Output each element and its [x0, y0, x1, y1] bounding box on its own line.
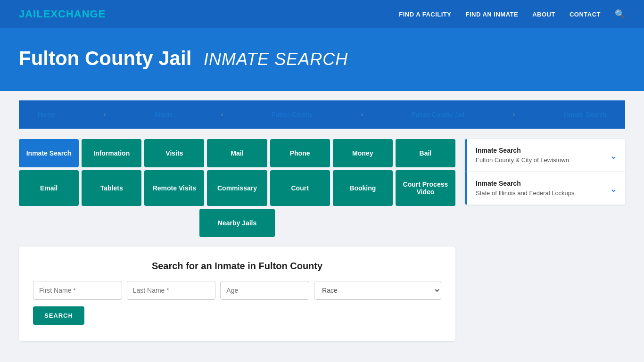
tab-nearby-jails[interactable]: Nearby Jails — [199, 209, 275, 237]
navbar: JAILEXCHANGE FIND A FACILITY FIND AN INM… — [0, 0, 644, 28]
first-name-input[interactable] — [33, 281, 122, 300]
tab-tablets[interactable]: Tablets — [82, 170, 141, 206]
main-layout: Inmate Search Information Visits Mail Ph… — [19, 139, 625, 341]
nav-find-inmate[interactable]: FIND AN INMATE — [465, 11, 518, 18]
sidebar-item-1-text: Inmate Search Fulton County & City of Le… — [476, 147, 569, 164]
search-card: Search for an Inmate in Fulton County Ra… — [19, 247, 455, 341]
sidebar-item-2-text: Inmate Search State of Illinois and Fede… — [476, 180, 575, 197]
chevron-down-icon-2: ⌄ — [610, 183, 618, 194]
breadcrumb-sep-4: › — [513, 111, 515, 118]
hero-banner: Fulton County Jail INMATE SEARCH — [0, 28, 644, 91]
right-column: Inmate Search Fulton County & City of Le… — [465, 139, 625, 205]
tab-money[interactable]: Money — [333, 139, 393, 167]
nav-contact[interactable]: CONTACT — [570, 11, 601, 18]
breadcrumb-sep-3: › — [361, 111, 363, 118]
tab-information[interactable]: Information — [82, 139, 141, 167]
logo-exchange: EXCHANGE — [43, 8, 106, 20]
tab-bail[interactable]: Bail — [396, 139, 455, 167]
race-select[interactable]: Race White Black Hispanic Asian Other — [314, 281, 441, 300]
sidebar-card: Inmate Search Fulton County & City of Le… — [465, 139, 625, 205]
search-fields: Race White Black Hispanic Asian Other — [33, 281, 441, 300]
breadcrumb-home[interactable]: Home — [38, 111, 55, 118]
breadcrumb-fulton-county[interactable]: Fulton County — [272, 111, 313, 118]
site-logo[interactable]: JAILEXCHANGE — [19, 8, 106, 20]
tab-commissary[interactable]: Commissary — [207, 170, 267, 206]
left-column: Inmate Search Information Visits Mail Ph… — [19, 139, 455, 341]
age-input[interactable] — [220, 281, 309, 300]
tab-booking[interactable]: Booking — [333, 170, 393, 206]
nav-about[interactable]: ABOUT — [532, 11, 555, 18]
tab-visits[interactable]: Visits — [144, 139, 204, 167]
nav-find-facility[interactable]: FIND A FACILITY — [399, 11, 451, 18]
tab-row-1: Inmate Search Information Visits Mail Ph… — [19, 139, 455, 167]
tab-row-2: Email Tablets Remote Visits Commissary C… — [19, 170, 455, 206]
chevron-down-icon-1: ⌄ — [610, 150, 618, 161]
breadcrumb-current: Inmate Search — [563, 111, 606, 118]
sidebar-item-1[interactable]: Inmate Search Fulton County & City of Le… — [465, 139, 625, 172]
tab-row-3: Nearby Jails — [19, 209, 455, 237]
search-title: Search for an Inmate in Fulton County — [33, 261, 441, 272]
tab-inmate-search[interactable]: Inmate Search — [19, 139, 79, 167]
tab-court[interactable]: Court — [270, 170, 330, 206]
tab-court-process-video[interactable]: Court Process Video — [396, 170, 455, 206]
search-button[interactable]: SEARCH — [33, 306, 84, 325]
breadcrumb-illinois[interactable]: Illinois — [154, 111, 173, 118]
logo-jail: JAIL — [19, 8, 43, 20]
tab-remote-visits[interactable]: Remote Visits — [144, 170, 204, 206]
content-area: Home › Illinois › Fulton County › Fulton… — [0, 91, 644, 355]
last-name-input[interactable] — [127, 281, 216, 300]
tab-phone[interactable]: Phone — [270, 139, 330, 167]
breadcrumb-fulton-county-jail[interactable]: Fulton County Jail — [412, 111, 464, 118]
search-icon[interactable]: 🔍 — [615, 9, 625, 19]
tab-mail[interactable]: Mail — [207, 139, 267, 167]
tab-email[interactable]: Email — [19, 170, 79, 206]
breadcrumb-sep-1: › — [104, 111, 106, 118]
breadcrumb: Home › Illinois › Fulton County › Fulton… — [19, 100, 625, 129]
page-title: Fulton County Jail INMATE SEARCH — [19, 47, 625, 70]
breadcrumb-sep-2: › — [221, 111, 223, 118]
sidebar-item-2[interactable]: Inmate Search State of Illinois and Fede… — [465, 172, 625, 205]
nav-links: FIND A FACILITY FIND AN INMATE ABOUT CON… — [399, 9, 625, 19]
